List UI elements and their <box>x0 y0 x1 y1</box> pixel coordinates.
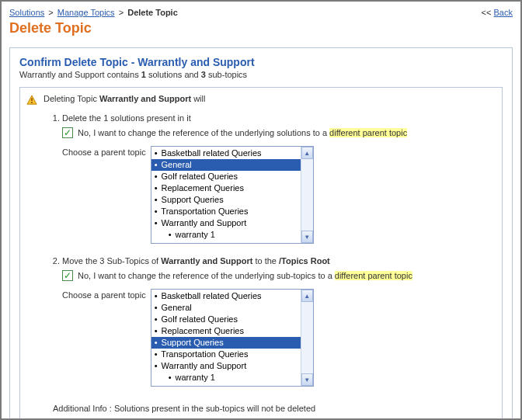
lead-topic: Warrantly and Support <box>99 94 191 103</box>
inner-panel: Deleting Topic Warrantly and Support wil… <box>19 87 503 420</box>
bullet-icon: • <box>155 338 158 347</box>
step-1: Delete the 1 solutions present in it ✓ N… <box>62 113 494 244</box>
back-link-wrap: << Back <box>482 8 513 17</box>
bullet-icon: • <box>155 172 158 181</box>
scroll-up-icon[interactable]: ▲ <box>301 147 313 159</box>
scroll-down-icon[interactable]: ▼ <box>301 373 313 386</box>
breadcrumb-sep: > <box>48 8 53 17</box>
step2-text: Move the 3 Sub-Topics of Warrantly and S… <box>62 256 494 266</box>
list-item-label: Warrantly and Support <box>159 218 247 227</box>
lead-text: Deleting Topic Warrantly and Support wil… <box>44 94 205 103</box>
list-item[interactable]: • warranty 1 <box>151 229 301 241</box>
bullet-icon: • <box>155 361 158 370</box>
bullet-icon: • <box>155 160 158 169</box>
list-item-label: Replacement Queries <box>159 326 244 335</box>
scrollbar[interactable]: ▲ ▼ <box>301 147 313 243</box>
list-item-label: Basketball related Queries <box>159 291 262 300</box>
step1-checkbox[interactable]: ✓ <box>62 127 73 138</box>
list-item[interactable]: • Golf related Queries <box>151 314 301 325</box>
bullet-icon: • <box>155 291 158 300</box>
step2-p2: to the <box>252 256 279 266</box>
scroll-up-icon[interactable]: ▲ <box>301 290 313 302</box>
step-2: Move the 3 Sub-Topics of Warrantly and S… <box>62 256 494 387</box>
list-item[interactable]: • warranty 1 <box>151 372 301 384</box>
bullet-icon: • <box>155 303 158 312</box>
lead-p1: Deleting Topic <box>44 94 99 103</box>
list-item[interactable]: • Replacement Queries <box>151 325 301 337</box>
step2-choose-label: Choose a parent topic <box>62 289 146 300</box>
list-item-label: Transportation Queries <box>159 207 249 216</box>
back-link[interactable]: Back <box>494 8 513 17</box>
list-item[interactable]: • General <box>151 302 301 314</box>
scroll-down-icon[interactable]: ▼ <box>301 231 313 243</box>
breadcrumb-sep: > <box>119 8 124 17</box>
list-item-label: warranty 1 <box>173 373 215 382</box>
summary-p1: Warrantly and Support contains <box>19 70 141 79</box>
list-item[interactable]: • Support Queries <box>151 194 301 206</box>
list-item-label: Warrantly and Support <box>159 361 247 370</box>
list-item[interactable]: • Transportation Queries <box>151 206 301 217</box>
summary-p2: solutions and <box>146 70 201 79</box>
list-item-label: Golf related Queries <box>159 172 238 181</box>
bullet-icon: • <box>155 349 158 359</box>
list-item[interactable]: • Replacement Queries <box>151 182 301 194</box>
summary-line: Warrantly and Support contains 1 solutio… <box>19 70 503 79</box>
bullet-icon: • <box>155 314 158 324</box>
step2-parent-listbox[interactable]: • Basketball related Queries• General• G… <box>151 289 314 387</box>
summary-p3: sub-topics <box>206 70 247 79</box>
bullet-icon: • <box>169 373 172 382</box>
breadcrumb-manage-topics[interactable]: Manage Topics <box>57 8 115 17</box>
step1-text: Delete the 1 solutions present in it <box>62 113 494 123</box>
step2-root: /Topics Root <box>279 256 330 266</box>
list-item[interactable]: • General <box>151 159 301 171</box>
step2-check-pre: No, I want to change the reference of th… <box>78 271 335 280</box>
bullet-icon: • <box>155 183 158 193</box>
bullet-icon: • <box>155 207 158 216</box>
confirm-heading: Confirm Delete Topic - Warrantly and Sup… <box>19 56 503 68</box>
list-item[interactable]: • Warrantly and Support <box>151 217 301 229</box>
list-item[interactable]: • Transportation Queries <box>151 349 301 360</box>
step2-check-highlight: different parent topic <box>335 271 412 280</box>
checkmark-icon: ✓ <box>64 128 71 137</box>
step1-choose-label: Choose a parent topic <box>62 146 146 157</box>
step1-check-label: No, I want to change the reference of th… <box>78 128 407 137</box>
list-item-label: Replacement Queries <box>159 183 244 193</box>
list-item[interactable]: • Golf related Queries <box>151 171 301 182</box>
list-item[interactable]: • Support Queries <box>151 337 301 349</box>
warning-icon <box>26 95 37 106</box>
bullet-icon: • <box>155 218 158 227</box>
page-title: Delete Topic <box>9 20 513 36</box>
scroll-track[interactable] <box>301 159 313 231</box>
svg-rect-1 <box>31 98 33 101</box>
confirm-prefix: Confirm Delete Topic - <box>19 56 137 68</box>
list-item[interactable]: • Warrantly and Support <box>151 360 301 372</box>
checkmark-icon: ✓ <box>64 271 71 280</box>
list-item[interactable]: • Basketball related Queries <box>151 290 301 302</box>
svg-rect-2 <box>31 102 33 103</box>
bullet-icon: • <box>169 230 172 239</box>
confirm-topic: Warrantly and Support <box>137 56 254 68</box>
list-item-label: General <box>159 303 192 312</box>
list-item-label: Golf related Queries <box>159 314 238 324</box>
back-arrows: << <box>482 8 492 17</box>
list-item-label: Basketball related Queries <box>159 148 262 158</box>
scroll-track[interactable] <box>301 302 313 373</box>
step2-checkbox[interactable]: ✓ <box>62 270 73 281</box>
step2-check-label: No, I want to change the reference of th… <box>78 271 412 280</box>
bullet-icon: • <box>155 148 158 158</box>
list-item-label: warranty 1 <box>173 230 215 239</box>
list-item-label: Support Queries <box>159 338 224 347</box>
additional-info: Additional Info : Solutions present in t… <box>53 404 494 413</box>
lead-p2: will <box>191 94 205 103</box>
list-item[interactable]: • Basketball related Queries <box>151 148 301 159</box>
breadcrumb-current: Delete Topic <box>127 8 178 17</box>
bullet-icon: • <box>155 326 158 335</box>
list-item-label: General <box>159 160 192 169</box>
step1-check-highlight: different parent topic <box>329 128 407 137</box>
step2-p1: Move the 3 Sub-Topics of <box>62 256 161 266</box>
confirm-panel: Confirm Delete Topic - Warrantly and Sup… <box>9 47 513 420</box>
step1-parent-listbox[interactable]: • Basketball related Queries• General• G… <box>151 146 314 244</box>
scrollbar[interactable]: ▲ ▼ <box>301 290 313 386</box>
breadcrumb-solutions[interactable]: Solutions <box>9 8 44 17</box>
list-item-label: Support Queries <box>159 195 224 204</box>
